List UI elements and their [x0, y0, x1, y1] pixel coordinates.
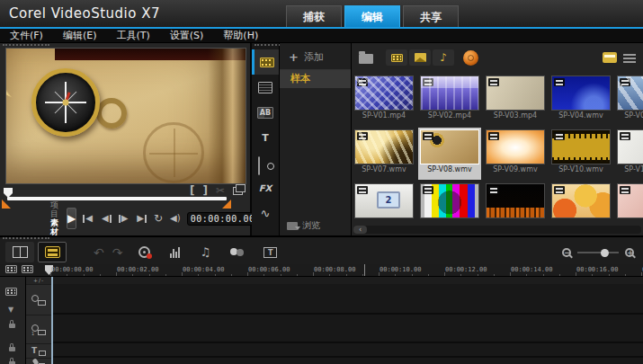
zoom-slider[interactable] — [577, 252, 619, 253]
menu-item-2[interactable]: 工具(T) — [106, 29, 159, 42]
clip-SP-V01.mp4[interactable]: SP-V01.mp4 — [354, 75, 414, 124]
clip-filename — [486, 218, 545, 225]
video-track-lane[interactable] — [52, 284, 643, 315]
clip-balls[interactable] — [551, 183, 611, 225]
library-folder-samples[interactable]: 样本 — [280, 70, 351, 88]
scrubber-bar[interactable] — [7, 197, 227, 200]
title-track-lane[interactable] — [52, 343, 643, 358]
ruler-tick — [231, 274, 232, 276]
browse-button[interactable]: 浏览 — [287, 219, 320, 232]
home-button[interactable]: ◀ — [83, 214, 94, 223]
auto-music-icon[interactable]: ♫ — [200, 245, 210, 259]
overlay-track-header[interactable]: 1 — [26, 315, 51, 344]
show-all-tracks-icon[interactable] — [5, 265, 17, 273]
enlarge-preview-icon[interactable] — [233, 187, 243, 195]
clip-SP-V04.wmv[interactable]: SP-V04.wmv — [551, 75, 611, 124]
media-icon[interactable] — [252, 49, 279, 75]
zoom-in-icon[interactable]: + — [625, 248, 634, 257]
previous-frame-button[interactable]: ◀ — [101, 214, 112, 223]
mark-in-button[interactable]: [ — [190, 184, 194, 197]
clip-SP-V03.mp4[interactable]: SP-V03.mp4 — [486, 75, 545, 124]
audio-filter-icon[interactable]: ♪ — [433, 49, 454, 66]
volume-button[interactable]: ◀) — [170, 214, 181, 223]
record-capture-icon[interactable] — [138, 246, 150, 258]
tab-edit[interactable]: 编辑 — [344, 5, 400, 27]
project-filter-icon[interactable] — [463, 50, 478, 66]
glyph: ▶ — [121, 214, 129, 223]
filter-icon[interactable]: FX — [252, 175, 279, 200]
transition-icon[interactable]: AB — [252, 100, 279, 125]
project-mode-label[interactable]: 项目 — [50, 200, 58, 218]
library-nav: + 添加 样本 浏览 — [280, 43, 352, 235]
video-track-header[interactable] — [26, 285, 51, 315]
menu-item-1[interactable]: 编辑(E) — [53, 29, 107, 42]
title-track-header[interactable]: T — [26, 344, 51, 359]
zoom-out-icon[interactable]: − — [562, 248, 571, 257]
clip-SP-V08.wmv[interactable]: SP-V08.wmv — [420, 129, 479, 178]
storyboard-icon — [13, 246, 28, 258]
add-folder-button[interactable]: + 添加 — [280, 43, 351, 70]
scroll-left-button[interactable]: ‹ — [353, 226, 367, 234]
clip-SP-V09.wmv[interactable]: SP-V09.wmv — [486, 129, 545, 178]
clip-SP-V07.wmv[interactable]: SP-V07.wmv — [354, 129, 414, 178]
path-icon[interactable]: ∿ — [252, 200, 279, 226]
video-badge-icon — [488, 78, 499, 86]
clip-pink[interactable] — [617, 183, 643, 225]
title-icon[interactable]: T — [252, 125, 279, 150]
clip-testbars[interactable] — [420, 183, 479, 225]
media-filter-group: ♪ — [386, 49, 454, 66]
undo-icon[interactable]: ↶ — [94, 245, 104, 260]
tab-share[interactable]: 共享 — [403, 5, 459, 27]
menu-item-4[interactable]: 帮助(H) — [213, 29, 268, 42]
redo-icon[interactable]: ↷ — [112, 245, 123, 260]
zoom-slider-handle[interactable] — [601, 249, 609, 257]
timeline-view-icon[interactable] — [38, 242, 67, 262]
voice-track-lane[interactable] — [52, 358, 643, 364]
overlay-track-lane[interactable] — [52, 315, 643, 343]
split-clip-icon[interactable]: ✂ — [216, 184, 225, 197]
trim-start-handle[interactable] — [2, 200, 11, 209]
collapse-tracks-icon[interactable]: ▼ — [8, 306, 13, 314]
swap-tracks-icon[interactable] — [22, 265, 33, 273]
instant-project-icon[interactable] — [252, 75, 279, 100]
clip-thumbnail — [420, 183, 479, 218]
playhead[interactable] — [51, 277, 53, 364]
lock-overlay-track-icon[interactable] — [9, 324, 15, 328]
subtitle-editor-icon[interactable]: T — [263, 247, 277, 258]
clip-SP-V11.wmv[interactable]: SP-V11.wmv — [617, 129, 643, 178]
storyboard-view-icon[interactable] — [5, 242, 34, 262]
ruler-tick — [641, 272, 642, 276]
lock-title-track-icon[interactable] — [9, 347, 15, 351]
list-view-icon[interactable] — [623, 53, 636, 63]
tab-capture[interactable]: 捕获 — [286, 5, 342, 27]
folder-icon[interactable] — [359, 54, 373, 64]
track-options-column: ▼ — [0, 277, 26, 364]
repeat-button[interactable]: ↻ — [154, 214, 163, 223]
mark-out-button[interactable]: ] — [202, 184, 207, 197]
menu-item-3[interactable]: 设置(S) — [160, 29, 214, 42]
clip-SP-V02.mp4[interactable]: SP-V02.mp4 — [420, 75, 479, 124]
track-manager-icon[interactable] — [5, 288, 17, 296]
clip-SP-V05.wmv[interactable]: SP-V05.wmv — [617, 75, 643, 124]
video-filter-icon[interactable] — [386, 49, 407, 66]
path-icon: ∿ — [261, 207, 271, 220]
end-button[interactable]: ▶ — [136, 214, 147, 223]
clip-city[interactable] — [486, 183, 545, 225]
play-button[interactable]: ▶ — [67, 208, 76, 229]
menu-item-0[interactable]: 文件(F) — [0, 29, 53, 42]
clip-monitor[interactable]: 2 — [354, 183, 414, 225]
video-badge-icon — [554, 186, 565, 194]
bar — [83, 215, 85, 223]
voice-track-header[interactable] — [26, 359, 51, 364]
clip-SP-V10.wmv[interactable]: SP-V10.wmv — [551, 129, 611, 178]
library-scrollbar[interactable]: ‹ — [353, 226, 641, 234]
graphic-icon[interactable] — [252, 150, 279, 175]
photo-filter-icon[interactable] — [409, 49, 431, 66]
timeline-ruler[interactable]: 00:00:00.0000:00:02.0000:00:04.0000:00:0… — [0, 264, 643, 277]
clip-mode-label[interactable]: 素材 — [50, 218, 58, 236]
sound-mixer-icon[interactable] — [170, 246, 180, 258]
next-frame-button[interactable]: ▶ — [119, 214, 129, 223]
track-add-remove-button[interactable]: +/- — [26, 277, 51, 285]
motion-tracking-icon[interactable] — [230, 247, 244, 257]
thumbnail-view-icon[interactable] — [603, 52, 617, 63]
